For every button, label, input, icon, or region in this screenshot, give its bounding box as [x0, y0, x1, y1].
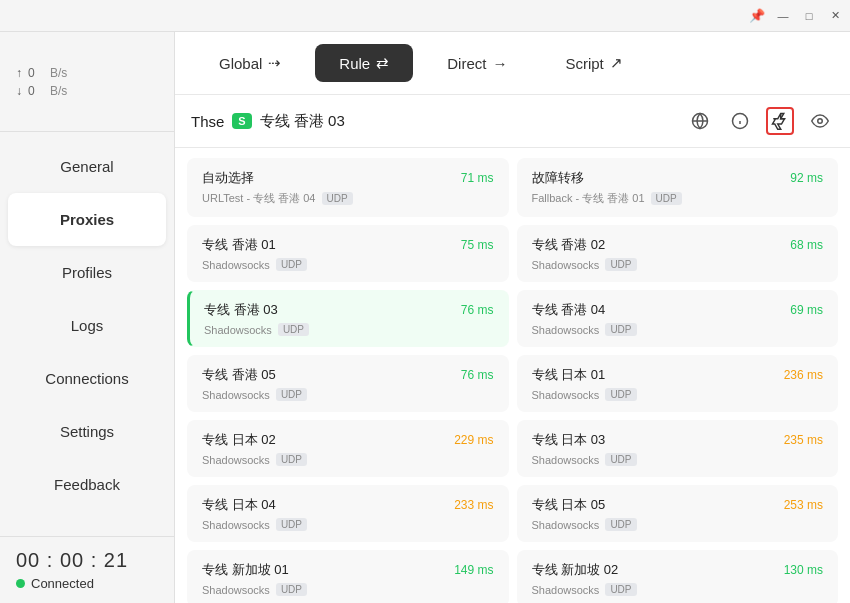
proxy-latency: 149 ms [454, 563, 493, 577]
maximize-button[interactable]: □ [802, 9, 816, 23]
proxy-name: 专线 香港 01 [202, 236, 276, 254]
svg-point-4 [818, 119, 823, 124]
proxy-latency: 71 ms [461, 171, 494, 185]
mode-direct-button[interactable]: Direct → [423, 45, 531, 82]
proxy-grid: 自动选择 71 ms URLTest - 专线 香港 04 UDP 故障转移 9… [187, 158, 838, 603]
close-button[interactable]: ✕ [828, 9, 842, 23]
proxy-card-fallback[interactable]: 故障转移 92 ms Fallback - 专线 香港 01 UDP [517, 158, 839, 217]
proxy-card-auto[interactable]: 自动选择 71 ms URLTest - 专线 香港 04 UDP [187, 158, 509, 217]
proxy-tag: UDP [651, 192, 682, 205]
proxy-type: Shadowsocks [202, 584, 270, 596]
proxy-card-hk05[interactable]: 专线 香港 05 76 ms Shadowsocks UDP [187, 355, 509, 412]
mode-bar: Global ⇢ Rule ⇄ Direct → Script ↗ [175, 32, 850, 95]
proxy-name: 专线 日本 03 [532, 431, 606, 449]
connected-label: Connected [31, 576, 94, 591]
proxy-name: 故障转移 [532, 169, 584, 187]
proxy-tag: UDP [278, 323, 309, 336]
sidebar-item-proxies[interactable]: Proxies [8, 193, 166, 246]
mode-script-button[interactable]: Script ↗ [541, 44, 646, 82]
proxy-type: Shadowsocks [532, 259, 600, 271]
globe-icon-button[interactable] [686, 107, 714, 135]
proxy-latency: 76 ms [461, 303, 494, 317]
proxy-card-hk02[interactable]: 专线 香港 02 68 ms Shadowsocks UDP [517, 225, 839, 282]
proxy-name: 专线 新加坡 02 [532, 561, 619, 579]
traffic-info: ↑ 0 B/s ↓ 0 B/s [0, 32, 174, 132]
timer-display: 00 : 00 : 21 [16, 549, 158, 572]
sidebar-item-profiles[interactable]: Profiles [0, 246, 174, 299]
proxy-latency: 253 ms [784, 498, 823, 512]
minimize-button[interactable]: — [776, 9, 790, 23]
proxy-type: URLTest - 专线 香港 04 [202, 191, 316, 206]
speed-icon [771, 112, 789, 130]
proxy-list[interactable]: 自动选择 71 ms URLTest - 专线 香港 04 UDP 故障转移 9… [175, 148, 850, 603]
download-unit: B/s [50, 84, 67, 98]
proxy-type: Shadowsocks [202, 389, 270, 401]
proxy-tag: UDP [605, 518, 636, 531]
proxy-card-jp04[interactable]: 专线 日本 04 233 ms Shadowsocks UDP [187, 485, 509, 542]
proxy-card-jp02[interactable]: 专线 日本 02 229 ms Shadowsocks UDP [187, 420, 509, 477]
download-value: 0 [28, 84, 44, 98]
globe-icon [691, 112, 709, 130]
proxy-card-sg01[interactable]: 专线 新加坡 01 149 ms Shadowsocks UDP [187, 550, 509, 603]
proxy-name: 自动选择 [202, 169, 254, 187]
global-icon: ⇢ [268, 54, 281, 72]
proxy-card-jp05[interactable]: 专线 日本 05 253 ms Shadowsocks UDP [517, 485, 839, 542]
speed-icon-button[interactable] [766, 107, 794, 135]
connected-dot-icon [16, 579, 25, 588]
mode-rule-button[interactable]: Rule ⇄ [315, 44, 413, 82]
main-content: Global ⇢ Rule ⇄ Direct → Script ↗ Thse S… [175, 32, 850, 603]
group-title: Thse S 专线 香港 03 [191, 112, 345, 131]
proxy-latency: 130 ms [784, 563, 823, 577]
proxy-tag: UDP [322, 192, 353, 205]
proxy-tag: UDP [605, 323, 636, 336]
rule-label: Rule [339, 55, 370, 72]
proxy-card-jp01[interactable]: 专线 日本 01 236 ms Shadowsocks UDP [517, 355, 839, 412]
proxy-card-jp03[interactable]: 专线 日本 03 235 ms Shadowsocks UDP [517, 420, 839, 477]
sidebar-item-feedback[interactable]: Feedback [0, 458, 174, 511]
proxy-type: Shadowsocks [532, 519, 600, 531]
proxy-name: 专线 香港 03 [204, 301, 278, 319]
proxy-type: Fallback - 专线 香港 01 [532, 191, 645, 206]
proxy-card-sg02[interactable]: 专线 新加坡 02 130 ms Shadowsocks UDP [517, 550, 839, 603]
proxy-tag: UDP [605, 453, 636, 466]
proxy-tag: UDP [276, 583, 307, 596]
direct-icon: → [492, 55, 507, 72]
proxy-tag: UDP [276, 453, 307, 466]
group-actions [686, 107, 834, 135]
proxy-latency: 235 ms [784, 433, 823, 447]
sidebar-item-general[interactable]: General [0, 140, 174, 193]
proxy-tag: UDP [276, 518, 307, 531]
proxy-latency: 229 ms [454, 433, 493, 447]
eye-icon [811, 112, 829, 130]
connection-status: 00 : 00 : 21 Connected [16, 549, 158, 591]
script-label: Script [565, 55, 603, 72]
pin-button[interactable]: 📌 [750, 9, 764, 23]
mode-global-button[interactable]: Global ⇢ [195, 44, 305, 82]
proxy-type: Shadowsocks [204, 324, 272, 336]
proxy-tag: UDP [276, 388, 307, 401]
proxy-name: 专线 日本 01 [532, 366, 606, 384]
proxy-name: 专线 日本 02 [202, 431, 276, 449]
proxy-type: Shadowsocks [202, 519, 270, 531]
proxy-name: 专线 香港 02 [532, 236, 606, 254]
proxy-type: Shadowsocks [532, 389, 600, 401]
group-name: 专线 香港 03 [260, 112, 345, 131]
proxy-card-hk04[interactable]: 专线 香港 04 69 ms Shadowsocks UDP [517, 290, 839, 347]
proxy-latency: 68 ms [790, 238, 823, 252]
sidebar-item-logs[interactable]: Logs [0, 299, 174, 352]
proxy-tag: UDP [605, 258, 636, 271]
sidebar-item-connections[interactable]: Connections [0, 352, 174, 405]
proxy-type: Shadowsocks [532, 584, 600, 596]
sidebar-item-settings[interactable]: Settings [0, 405, 174, 458]
eye-icon-button[interactable] [806, 107, 834, 135]
proxy-card-hk03[interactable]: 专线 香港 03 76 ms Shadowsocks UDP [187, 290, 509, 347]
upload-value: 0 [28, 66, 44, 80]
proxy-latency: 233 ms [454, 498, 493, 512]
proxy-tag: UDP [605, 388, 636, 401]
titlebar: 📌 — □ ✕ [0, 0, 850, 32]
info-icon-button[interactable] [726, 107, 754, 135]
script-icon: ↗ [610, 54, 623, 72]
proxy-card-hk01[interactable]: 专线 香港 01 75 ms Shadowsocks UDP [187, 225, 509, 282]
group-header: Thse S 专线 香港 03 [175, 95, 850, 148]
proxy-name: 专线 日本 05 [532, 496, 606, 514]
